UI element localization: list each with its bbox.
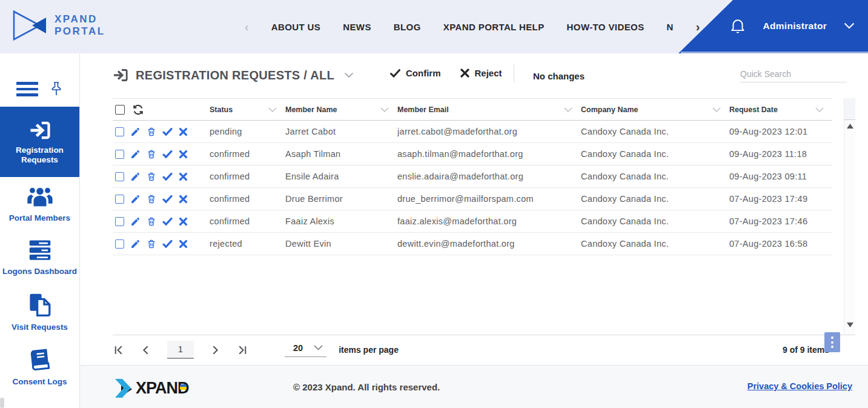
reject-x-icon[interactable] — [179, 127, 188, 136]
row-checkbox[interactable] — [115, 127, 124, 136]
current-page-indicator[interactable]: 1 — [167, 341, 194, 359]
reject-x-icon[interactable] — [179, 239, 188, 249]
privacy-cookies-link[interactable]: Privacy & Cookies Policy — [747, 381, 852, 391]
reject-x-icon[interactable] — [179, 150, 188, 159]
row-checkbox[interactable] — [115, 195, 124, 204]
column-header-request-date[interactable]: Request Date — [729, 99, 832, 121]
book-icon — [26, 347, 54, 373]
table-row[interactable]: confirmed Faaiz Alexis faaiz.alexis@made… — [113, 210, 832, 233]
confirm-check-icon[interactable] — [162, 150, 173, 159]
delete-trash-icon[interactable] — [147, 239, 156, 249]
items-per-page-label: items per page — [339, 345, 399, 355]
reject-x-icon[interactable] — [179, 217, 188, 226]
confirm-check-icon[interactable] — [162, 195, 173, 204]
sidebar-scrollbar-thumb[interactable] — [0, 398, 4, 408]
row-checkbox[interactable] — [115, 172, 124, 181]
column-header-company-name[interactable]: Company Name — [581, 99, 729, 121]
chevron-down-icon[interactable] — [380, 107, 389, 112]
confirm-button[interactable]: Confirm — [390, 68, 441, 78]
row-checkbox[interactable] — [115, 239, 124, 249]
notification-bell-icon[interactable] — [730, 18, 746, 35]
table-row[interactable]: confirmed Asaph Tilman asaph.tilman@made… — [113, 143, 832, 166]
table-row[interactable]: confirmed Drue Berrimor drue_berrimor@ma… — [113, 188, 832, 210]
reject-x-icon[interactable] — [179, 172, 188, 181]
registration-requests-grid: Status Member Name Member Email — [113, 98, 855, 335]
edit-pencil-icon[interactable] — [130, 239, 141, 249]
pin-icon[interactable] — [49, 81, 64, 98]
xpand-portal-logo[interactable]: XPAND PORTAL — [12, 8, 105, 42]
next-page-button[interactable] — [210, 344, 221, 356]
edit-pencil-icon[interactable] — [130, 149, 141, 159]
reject-x-icon[interactable] — [179, 195, 188, 204]
title-chevron-down-icon[interactable] — [344, 72, 354, 78]
footer: XPAND © 2023 Xpand. All rights reserved.… — [80, 365, 868, 408]
cell-request-date: 07-Aug-2023 16:58 — [729, 233, 832, 255]
chevron-down-icon[interactable] — [815, 107, 824, 112]
nav-scroll-left-icon[interactable]: ‹ — [245, 21, 249, 33]
user-chevron-down-icon[interactable] — [844, 22, 855, 29]
cell-member-email: faaiz.alexis@madeforthat.org — [397, 210, 581, 233]
chevron-down-icon[interactable] — [268, 107, 277, 112]
grid-scrollbar[interactable] — [844, 98, 855, 335]
delete-trash-icon[interactable] — [147, 216, 156, 227]
table-row[interactable]: pending Jarret Cabot jarret.cabot@madefo… — [113, 121, 832, 143]
sidebar-item-registration-requests[interactable]: Registration Requests — [0, 107, 79, 177]
user-menu[interactable]: Administrator — [763, 21, 827, 32]
select-all-checkbox[interactable] — [115, 105, 125, 115]
sidebar-item-visit-requests[interactable]: Visit Requests — [0, 285, 79, 341]
table-row[interactable]: confirmed Ensile Adaira enslie.adaira@ma… — [113, 166, 832, 188]
nav-item-portal-help[interactable]: XPAND PORTAL HELP — [443, 22, 545, 32]
hamburger-menu-icon[interactable] — [16, 82, 38, 96]
delete-trash-icon[interactable] — [147, 172, 156, 182]
cell-member-name: Asaph Tilman — [285, 143, 397, 166]
confirm-check-icon[interactable] — [162, 239, 173, 249]
cell-member-email: jarret.cabot@madeforthat.org — [397, 121, 581, 143]
table-body: pending Jarret Cabot jarret.cabot@madefo… — [113, 121, 832, 255]
nav-item-howto-videos[interactable]: HOW-TO VIDEOS — [567, 22, 644, 32]
previous-page-button[interactable] — [140, 344, 151, 356]
last-page-button[interactable] — [237, 344, 248, 356]
edit-pencil-icon[interactable] — [130, 172, 141, 182]
page-size-select[interactable]: 20 — [285, 343, 326, 357]
ukraine-flag-icon — [180, 384, 187, 390]
delete-trash-icon[interactable] — [147, 194, 156, 204]
main-nav: ‹ ABOUT US NEWS BLOG XPAND PORTAL HELP H… — [245, 0, 700, 53]
confirm-check-icon[interactable] — [162, 127, 173, 136]
sidebar-item-portal-members[interactable]: Portal Members — [0, 178, 79, 232]
reject-button[interactable]: Reject — [460, 68, 502, 78]
column-header-member-name[interactable]: Member Name — [285, 99, 397, 121]
nav-scroll-right-icon[interactable]: › — [696, 21, 700, 33]
sidebar-item-consent-logs[interactable]: Consent Logs — [0, 341, 79, 395]
login-arrow-icon — [28, 120, 51, 141]
table-row[interactable]: rejected Dewitt Evin dewitt.evin@madefor… — [113, 233, 832, 255]
chevron-down-icon[interactable] — [564, 107, 572, 112]
column-header-status[interactable]: Status — [210, 99, 285, 121]
edit-pencil-icon[interactable] — [130, 127, 141, 137]
chevron-down-icon[interactable] — [712, 107, 721, 112]
user-area: Administrator — [730, 0, 855, 52]
row-checkbox[interactable] — [115, 150, 124, 159]
refresh-icon[interactable] — [132, 104, 144, 116]
nav-item-news[interactable]: NEWS — [343, 22, 371, 32]
items-count: 9 of 9 items — [783, 345, 829, 355]
nav-item-partial[interactable]: N — [667, 22, 674, 32]
nav-item-blog[interactable]: BLOG — [394, 22, 421, 32]
edit-pencil-icon[interactable] — [130, 216, 141, 227]
edit-pencil-icon[interactable] — [130, 194, 141, 204]
sidebar: Registration Requests Portal Members Log… — [0, 53, 80, 408]
footer-logo-text: XPAND — [136, 379, 189, 398]
nav-item-about-us[interactable]: ABOUT US — [271, 22, 321, 32]
row-checkbox[interactable] — [115, 217, 124, 226]
column-header-member-email[interactable]: Member Email — [397, 99, 581, 121]
confirm-check-icon[interactable] — [162, 217, 173, 226]
scroll-down-icon[interactable] — [844, 323, 856, 327]
scroll-up-icon[interactable] — [844, 124, 856, 129]
delete-trash-icon[interactable] — [147, 149, 156, 159]
confirm-check-icon[interactable] — [162, 172, 173, 181]
sidebar-item-logons-dashboard[interactable]: Logons Dashboard — [0, 232, 79, 285]
first-page-button[interactable] — [113, 344, 124, 356]
delete-trash-icon[interactable] — [147, 127, 156, 137]
quick-search-input[interactable] — [740, 69, 850, 79]
cell-member-name: Dewitt Evin — [285, 233, 397, 255]
vertical-dots-button[interactable] — [824, 332, 840, 352]
